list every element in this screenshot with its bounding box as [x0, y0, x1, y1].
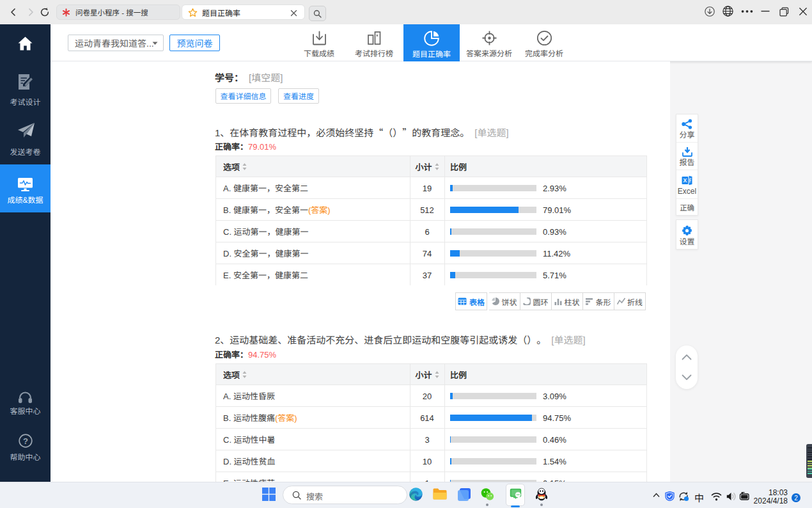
svg-text:X: X: [683, 177, 687, 184]
svg-text:?: ?: [23, 436, 28, 446]
